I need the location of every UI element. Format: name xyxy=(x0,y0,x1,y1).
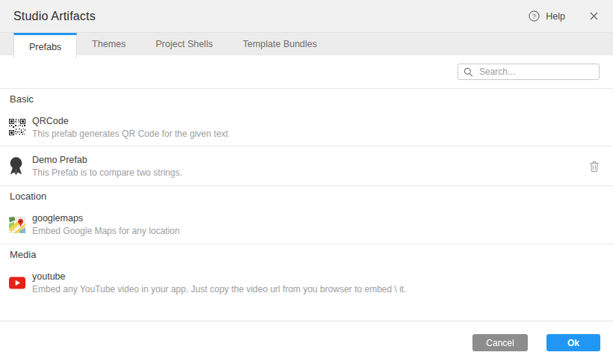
delete-prefab-button[interactable] xyxy=(588,158,601,173)
ok-button[interactable]: Ok xyxy=(546,334,600,351)
studio-artifacts-dialog: Studio Artifacts ? Help Prefabs Themes P… xyxy=(0,0,613,364)
item-text: Demo Prefab This Prefab is to compare tw… xyxy=(32,155,182,178)
search-row xyxy=(0,55,613,89)
list-item-qrcode[interactable]: QRCode This prefab generates QR Code for… xyxy=(0,108,613,146)
prefabs-panel: Basic QRCode This prefab generates QR Co… xyxy=(0,55,613,301)
tab-themes[interactable]: Themes xyxy=(77,33,141,55)
page-title: Studio Artifacts xyxy=(13,10,529,23)
qrcode-icon xyxy=(9,119,27,135)
search-input[interactable] xyxy=(478,66,594,78)
dialog-footer: Cancel Ok xyxy=(0,321,613,364)
tab-bar: Prefabs Themes Project Shells Template B… xyxy=(0,33,613,55)
tab-prefabs[interactable]: Prefabs xyxy=(13,33,77,58)
item-title: Demo Prefab xyxy=(32,155,182,165)
section-header-location: Location xyxy=(0,186,613,206)
help-label: Help xyxy=(546,11,565,22)
help-icon: ? xyxy=(529,10,540,22)
list-item-demo-prefab[interactable]: Demo Prefab This Prefab is to compare tw… xyxy=(0,146,613,185)
item-description: This prefab generates QR Code for the gi… xyxy=(32,129,228,139)
item-text: QRCode This prefab generates QR Code for… xyxy=(32,116,228,139)
item-text: youtube Embed any YouTube video in your … xyxy=(32,271,407,294)
item-title: googlemaps xyxy=(32,213,179,223)
item-title: youtube xyxy=(32,271,407,282)
help-button[interactable]: ? Help xyxy=(529,10,565,22)
youtube-icon xyxy=(9,277,27,289)
close-icon xyxy=(590,12,598,20)
item-description: Embed Google Maps for any location xyxy=(32,226,179,236)
section-header-basic: Basic xyxy=(0,89,613,108)
close-button[interactable] xyxy=(588,10,600,22)
item-text: googlemaps Embed Google Maps for any loc… xyxy=(32,213,179,236)
list-item-youtube[interactable]: youtube Embed any YouTube video in your … xyxy=(0,264,613,301)
list-item-googlemaps[interactable]: googlemaps Embed Google Maps for any loc… xyxy=(0,206,613,244)
svg-text:?: ? xyxy=(532,12,536,20)
item-title: QRCode xyxy=(32,116,228,126)
dialog-header: Studio Artifacts ? Help xyxy=(0,0,613,33)
section-header-media: Media xyxy=(0,244,613,264)
trash-icon xyxy=(589,160,600,172)
ribbon-icon xyxy=(9,156,27,176)
tab-template-bundles[interactable]: Template Bundles xyxy=(228,33,332,55)
item-description: This Prefab is to compare two strings. xyxy=(32,167,182,178)
search-box[interactable] xyxy=(458,64,600,80)
tab-project-shells[interactable]: Project Shells xyxy=(141,33,227,55)
cancel-button[interactable]: Cancel xyxy=(472,334,528,351)
search-icon xyxy=(463,67,473,77)
googlemaps-icon xyxy=(9,217,27,233)
item-description: Embed any YouTube video in your app. Jus… xyxy=(32,284,407,294)
